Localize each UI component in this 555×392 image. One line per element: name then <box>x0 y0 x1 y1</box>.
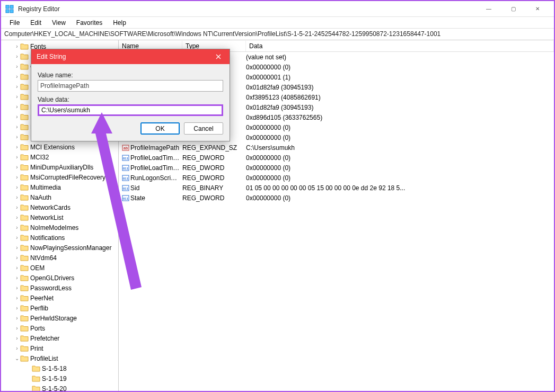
dialog-titlebar[interactable]: Edit String <box>31 49 230 64</box>
tree-item[interactable]: ›Multimedia <box>1 182 118 192</box>
chevron-right-icon[interactable]: › <box>14 84 20 90</box>
chevron-right-icon[interactable]: › <box>14 315 20 321</box>
chevron-right-icon[interactable]: › <box>14 74 20 79</box>
chevron-right-icon[interactable]: › <box>14 164 20 170</box>
tree-item[interactable]: ›MCI Extensions <box>1 142 118 152</box>
chevron-right-icon[interactable]: › <box>14 265 20 271</box>
tree-item-label: Ports <box>30 325 118 332</box>
tree-item[interactable]: ›Ports <box>1 323 118 333</box>
folder-icon <box>20 274 29 282</box>
tree-item[interactable]: ›Notifications <box>1 233 118 243</box>
tree-item[interactable]: ›NoImeModeImes <box>1 222 118 233</box>
tree-item[interactable]: ›OpenGLDrivers <box>1 273 118 283</box>
tree-item-label: OpenGLDrivers <box>30 274 118 282</box>
list-row[interactable]: 011StateREG_DWORD0x00000000 (0) <box>119 193 554 203</box>
value-data-field[interactable] <box>38 104 223 116</box>
chevron-right-icon[interactable]: › <box>14 215 20 220</box>
chevron-right-icon[interactable]: › <box>14 114 20 120</box>
svg-text:011: 011 <box>123 177 129 180</box>
chevron-right-icon[interactable]: › <box>14 305 20 311</box>
tree-item-label: PeerNet <box>30 295 118 302</box>
tree-item[interactable]: S-1-5-18 <box>1 363 118 373</box>
chevron-right-icon[interactable]: › <box>14 325 20 331</box>
tree-item[interactable]: ›NowPlayingSessionManager <box>1 243 118 253</box>
value-type: REG_DWORD <box>182 174 246 182</box>
chevron-right-icon[interactable]: › <box>14 104 20 110</box>
chevron-right-icon[interactable]: › <box>14 154 20 160</box>
chevron-right-icon[interactable]: › <box>14 144 20 150</box>
chevron-right-icon[interactable]: › <box>14 94 20 100</box>
tree-item[interactable]: ⌄ProfileList <box>1 353 118 363</box>
chevron-right-icon[interactable]: › <box>14 295 20 301</box>
edit-string-dialog: Edit String Value name: Value data: OK C… <box>31 49 230 141</box>
value-name-field[interactable] <box>38 80 223 92</box>
dialog-close-button[interactable] <box>207 49 230 64</box>
menu-favorites[interactable]: Favorites <box>71 18 108 28</box>
chevron-right-icon[interactable]: › <box>14 275 20 281</box>
tree-item[interactable]: ›Perflib <box>1 303 118 313</box>
chevron-right-icon[interactable]: › <box>14 194 20 200</box>
list-row[interactable]: 011SidREG_BINARY01 05 00 00 00 00 00 05 … <box>119 183 554 193</box>
folder-icon <box>20 73 29 81</box>
menu-help[interactable]: Help <box>108 18 131 28</box>
tree-item[interactable]: ›MCI32 <box>1 152 118 162</box>
chevron-right-icon[interactable]: › <box>14 245 20 251</box>
address-bar[interactable]: Computer\HKEY_LOCAL_MACHINE\SOFTWARE\Mic… <box>1 29 554 40</box>
tree-item-label: Multimedia <box>30 184 118 191</box>
chevron-right-icon[interactable]: › <box>14 54 20 59</box>
menu-view[interactable]: View <box>47 18 71 28</box>
value-data: 0x00000000 (0) <box>246 164 554 172</box>
tree-item[interactable]: S-1-5-20 <box>1 384 118 391</box>
chevron-right-icon[interactable]: › <box>14 64 20 69</box>
chevron-right-icon[interactable]: › <box>14 335 20 341</box>
tree-item[interactable]: ›NetworkCards <box>1 202 118 212</box>
chevron-right-icon[interactable]: › <box>14 225 20 230</box>
chevron-right-icon[interactable]: › <box>14 174 20 180</box>
tree-item[interactable]: ›NaAuth <box>1 192 118 202</box>
tree-item[interactable]: ›PeerNet <box>1 293 118 303</box>
chevron-right-icon[interactable]: › <box>14 43 20 49</box>
chevron-right-icon[interactable]: › <box>14 235 20 240</box>
tree-item[interactable]: ›PerHwIdStorage <box>1 313 118 323</box>
tree-item[interactable]: S-1-5-19 <box>1 373 118 384</box>
tree-item[interactable]: ›NtVdm64 <box>1 253 118 263</box>
value-data: 0x00000000 (0) <box>246 154 554 162</box>
close-button[interactable]: ✕ <box>525 2 550 16</box>
tree-item[interactable]: ›Print <box>1 343 118 353</box>
folder-icon <box>20 264 29 272</box>
chevron-right-icon[interactable]: › <box>14 285 20 291</box>
ok-button[interactable]: OK <box>140 122 180 135</box>
tree-item-label: PasswordLess <box>30 284 118 292</box>
col-data[interactable]: Data <box>246 41 554 51</box>
binary-value-icon: 011 <box>121 174 130 182</box>
menu-file[interactable]: File <box>4 18 25 28</box>
maximize-button[interactable]: ▢ <box>501 2 525 16</box>
tree-item-label: OEM <box>30 264 118 272</box>
svg-text:ab: ab <box>124 146 128 150</box>
menu-edit[interactable]: Edit <box>25 18 47 28</box>
chevron-down-icon[interactable]: ⌄ <box>14 355 20 361</box>
tree-item[interactable]: ›OEM <box>1 263 118 273</box>
tree-item[interactable]: ›MsiCorruptedFileRecovery <box>1 172 118 182</box>
folder-icon <box>20 214 29 221</box>
folder-icon <box>20 355 29 362</box>
list-row[interactable]: 011RunLogonScript...REG_DWORD0x00000000 … <box>119 173 554 183</box>
chevron-right-icon[interactable]: › <box>14 345 20 351</box>
list-row[interactable]: 011ProfileLoadTime...REG_DWORD0x00000000… <box>119 153 554 163</box>
folder-icon <box>20 325 29 332</box>
chevron-right-icon[interactable]: › <box>14 134 20 140</box>
list-row[interactable]: 011ProfileLoadTime...REG_DWORD0x00000000… <box>119 163 554 173</box>
chevron-right-icon[interactable]: › <box>14 184 20 190</box>
tree-item[interactable]: ›Prefetcher <box>1 333 118 343</box>
chevron-right-icon[interactable]: › <box>14 204 20 210</box>
chevron-right-icon[interactable]: › <box>14 255 20 261</box>
tree-item[interactable]: ›PasswordLess <box>1 283 118 293</box>
tree-item[interactable]: ›NetworkList <box>1 212 118 222</box>
list-row[interactable]: abProfileImagePathREG_EXPAND_SZC:\Users\… <box>119 142 554 153</box>
tree-item[interactable]: ›MiniDumpAuxiliaryDlls <box>1 162 118 172</box>
minimize-button[interactable]: — <box>477 2 501 16</box>
chevron-right-icon[interactable]: › <box>14 124 20 130</box>
folder-icon <box>20 194 29 201</box>
cancel-button[interactable]: Cancel <box>184 122 223 135</box>
svg-text:011: 011 <box>123 187 129 190</box>
